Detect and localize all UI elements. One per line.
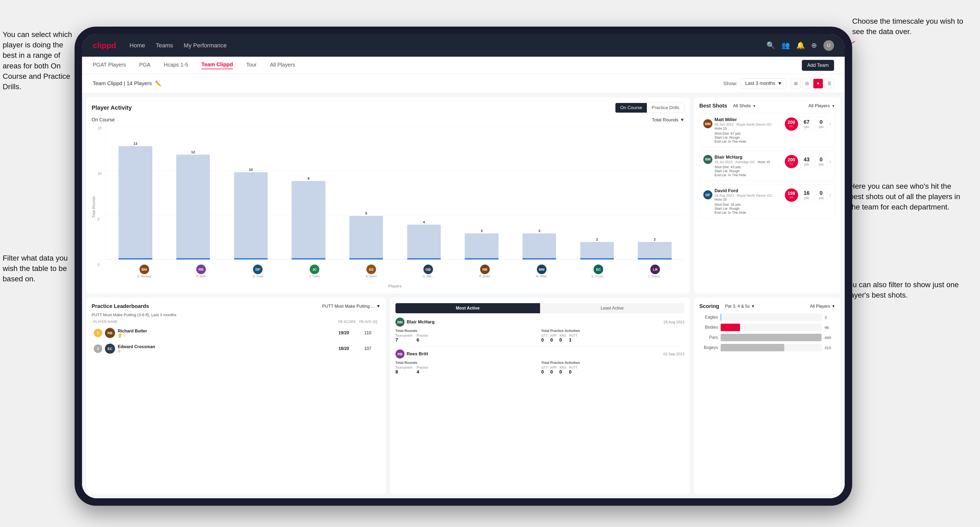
score-label-bogeys: Bogeys bbox=[699, 345, 718, 350]
plus-circle-icon[interactable]: ⊕ bbox=[811, 41, 817, 49]
start-lie-david-ford: Start Lie: Rough bbox=[714, 206, 781, 211]
score-count-birdies: 96 bbox=[824, 325, 835, 330]
avatar-eebert: EE E. Ebert bbox=[344, 261, 399, 281]
player-name-david-ford: David Ford bbox=[714, 188, 781, 194]
tab-on-course[interactable]: On Course bbox=[616, 103, 647, 113]
most-active-panel: Most Active Least Active BM Blair McHarg… bbox=[390, 298, 690, 494]
time-selector[interactable]: Last 3 months ▼ bbox=[741, 78, 787, 89]
chevron-down-icon: ▼ bbox=[831, 104, 835, 108]
nav-items: Home Teams My Performance bbox=[129, 42, 767, 49]
leaderboard-row-edward-crossman[interactable]: 2 EC Edward Crossman ② 18/20 107 bbox=[92, 341, 380, 357]
player-course-david-ford: 24 Aug 2023 · Royal North Devon GC · Hol… bbox=[714, 194, 781, 202]
nav-tour[interactable]: Tour bbox=[247, 62, 257, 69]
bar-ecrossman: 2 bbox=[569, 129, 625, 259]
all-players-dropdown[interactable]: All Players ▼ bbox=[808, 103, 835, 109]
view-icons: ⊞ ⊟ ♥ ☰ bbox=[791, 79, 834, 88]
edit-icon[interactable]: ✏️ bbox=[155, 80, 162, 87]
avatar-rbritt: RB R. Britt bbox=[173, 261, 229, 281]
view-grid4-button[interactable]: ⊞ bbox=[791, 79, 800, 88]
view-heart-button[interactable]: ♥ bbox=[813, 79, 823, 88]
shot-card-matt-miller[interactable]: MM Matt Miller 09 Jun 2023 · Royal North… bbox=[699, 113, 835, 148]
nav-pga[interactable]: PGA bbox=[139, 62, 151, 69]
avatar-mmiller: MM M. Miller bbox=[514, 261, 569, 281]
practice-dropdown[interactable]: PUTT Must Make Putting ... ▼ bbox=[322, 304, 380, 309]
shot-card-blair-mcharg[interactable]: BM Blair McHarg 23 Jul 2023 · Ashridge G… bbox=[699, 151, 835, 181]
activity-player-blair-mcharg: BM Blair McHarg 26 Aug 2023 Total Rounds… bbox=[396, 317, 684, 346]
bar-gbillingham: 4 bbox=[396, 129, 452, 259]
activity-date-rees: 02 Sep 2023 bbox=[663, 352, 684, 356]
nav-all-players[interactable]: All Players bbox=[270, 62, 295, 69]
bar-jcoles: 9 bbox=[280, 129, 337, 259]
scoring-dropdown1[interactable]: Par 3, 4 & 5s ▼ bbox=[725, 304, 754, 309]
player-course-blair-mcharg: 23 Jul 2023 · Ashridge GC · Hole 15 bbox=[714, 160, 770, 164]
tablet-screen: clippd Home Teams My Performance 🔍 👥 🔔 ⊕… bbox=[82, 34, 845, 498]
nav-home[interactable]: Home bbox=[129, 42, 145, 49]
lb-score-richard-butler: 19/20 bbox=[333, 330, 355, 335]
score-bar-pars bbox=[721, 334, 822, 341]
add-team-button[interactable]: Add Team bbox=[802, 60, 834, 71]
all-shots-dropdown[interactable]: All Shots ▼ bbox=[733, 103, 756, 109]
bell-icon[interactable]: 🔔 bbox=[796, 41, 805, 49]
nav-pgat-players[interactable]: PGAT Players bbox=[93, 62, 126, 69]
avatar-rbutler: RB R. Butler bbox=[457, 261, 512, 281]
shot-card-david-ford[interactable]: DF David Ford 24 Aug 2023 · Royal North … bbox=[699, 184, 835, 219]
nav-my-performance[interactable]: My Performance bbox=[184, 42, 227, 49]
users-icon[interactable]: 👥 bbox=[781, 41, 790, 49]
tab-most-active[interactable]: Most Active bbox=[396, 303, 540, 313]
metric2-matt-miller: 0 yds bbox=[815, 117, 827, 131]
bottom-left-panels: Practice Leaderboards PUTT Must Make Put… bbox=[86, 298, 690, 494]
lb-avg-richard-butler: 110 bbox=[357, 330, 379, 335]
search-icon[interactable]: 🔍 bbox=[767, 41, 775, 49]
y-axis-labels: 15 10 5 0 bbox=[97, 126, 105, 288]
start-lie-blair-mcharg: Start Lie: Rough bbox=[714, 169, 781, 173]
chevron-down-icon: ▼ bbox=[777, 81, 782, 86]
player-activity-header: Player Activity On Course Practice Drill… bbox=[92, 103, 684, 113]
chart-dropdown[interactable]: Total Rounds ▼ bbox=[652, 117, 684, 123]
score-count-bogeys: 315 bbox=[824, 346, 835, 350]
user-avatar[interactable]: U bbox=[823, 40, 834, 51]
nav-hcaps[interactable]: Hcaps 1-5 bbox=[164, 62, 188, 69]
avatar-gbillingham: GB G. Billi... bbox=[401, 261, 456, 281]
view-grid2-button[interactable]: ⊟ bbox=[802, 79, 812, 88]
score-label-birdies: Birdies bbox=[699, 325, 718, 330]
avatar-bmcharg: BM B. McHarg bbox=[117, 261, 172, 281]
scoring-header: Scoring Par 3, 4 & 5s ▼ All Players ▼ bbox=[699, 303, 835, 309]
metric1-blair-mcharg: 43 yds bbox=[800, 155, 813, 168]
nav-team-clippd[interactable]: Team Clippd bbox=[201, 62, 233, 69]
tab-least-active[interactable]: Least Active bbox=[540, 303, 685, 313]
score-count-pars: 499 bbox=[824, 335, 835, 340]
lb-score-edward-crossman: 18/20 bbox=[333, 346, 355, 351]
bar-rbutler: 3 bbox=[453, 129, 510, 259]
player-course-matt-miller: 09 Jun 2023 · Royal North Devon GC · Hol… bbox=[714, 122, 781, 130]
scoring-panel: Scoring Par 3, 4 & 5s ▼ All Players ▼ bbox=[694, 298, 840, 494]
end-lie-blair-mcharg: End Lie: In The Hole bbox=[714, 173, 781, 177]
scoring-title: Scoring bbox=[699, 303, 719, 309]
score-label-pars: Pars bbox=[699, 335, 718, 340]
bars-area: 13 12 bbox=[105, 126, 684, 260]
shot-dist-david-ford: Shot Dist: 16 yds bbox=[714, 203, 781, 206]
leaderboard-row-richard-butler[interactable]: 1 RB Richard Butler 🏆 ① 19/20 110 bbox=[92, 325, 380, 341]
logo: clippd bbox=[93, 41, 116, 50]
avatar-edward-crossman: EC bbox=[105, 344, 115, 354]
view-list-button[interactable]: ☰ bbox=[824, 79, 834, 88]
annotation-right-bottom: You can also filter to show just one pla… bbox=[844, 279, 967, 300]
score-label-eagles: Eagles bbox=[699, 315, 718, 320]
start-lie-matt-miller: Start Lie: Rough bbox=[714, 135, 781, 140]
chart-subheader: On Course Total Rounds ▼ bbox=[92, 117, 684, 123]
tab-practice-drills[interactable]: Practice Drills bbox=[647, 103, 684, 113]
chevron-right-icon: › bbox=[829, 158, 831, 165]
bar-bmcharg: 13 bbox=[107, 129, 164, 259]
score-row-birdies: Birdies 96 bbox=[699, 324, 835, 331]
leaderboard-column-headers: PLAYER NAME PB SCORE PB AVG SQ bbox=[92, 320, 380, 324]
avatar-dford: DF D. Ford bbox=[230, 261, 285, 281]
avatar-jcoles: JC J. Coles bbox=[287, 261, 342, 281]
scoring-dropdown2[interactable]: All Players ▼ bbox=[810, 304, 835, 309]
avatar-activity-rees: RB bbox=[396, 349, 404, 359]
rank-badge-2: 2 bbox=[94, 344, 102, 353]
bar-eebert: 5 bbox=[338, 129, 395, 259]
nav-teams[interactable]: Teams bbox=[156, 42, 173, 49]
avatar-ecrossman: EC E. Cross... bbox=[571, 261, 626, 281]
show-label: Show: bbox=[723, 81, 737, 86]
player-activity-title: Player Activity bbox=[92, 104, 132, 111]
player-name-matt-miller: Matt Miller bbox=[714, 117, 781, 122]
